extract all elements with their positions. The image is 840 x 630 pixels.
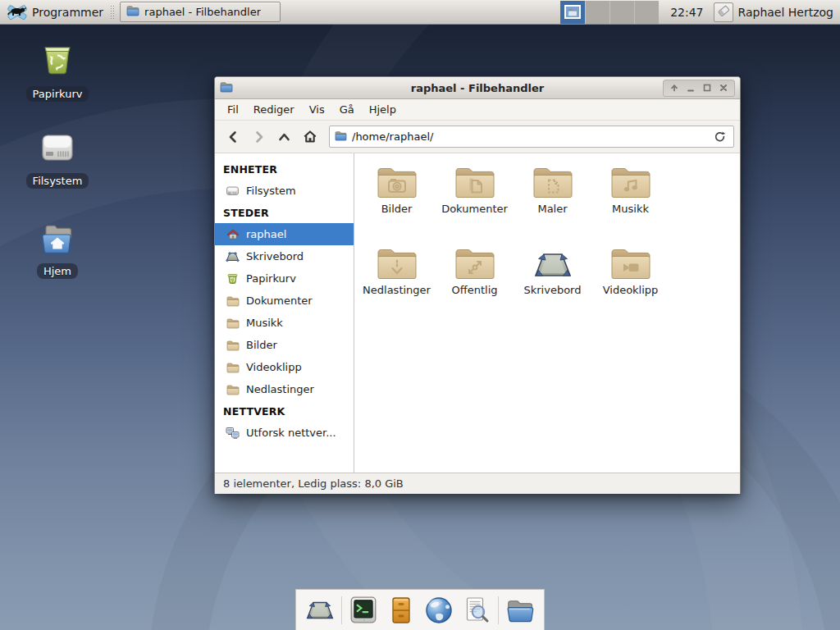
sidebar-item-label: Bilder <box>246 339 277 351</box>
file-offentlig[interactable]: Offentlig <box>436 243 514 324</box>
taskbar-window-label: raphael - Filbehandler <box>144 6 261 18</box>
workspace-3[interactable] <box>609 1 634 24</box>
workspace-2[interactable] <box>585 1 609 24</box>
shade-button[interactable] <box>666 80 682 96</box>
folder-video-icon <box>609 245 652 281</box>
menu-edit[interactable]: Rediger <box>246 101 302 118</box>
sidebar-item-skrivebord[interactable]: Skrivebord <box>215 245 354 267</box>
trash-icon <box>226 272 240 285</box>
file-cabinet-launcher[interactable] <box>385 593 418 628</box>
menu-go[interactable]: Gå <box>332 101 362 118</box>
sidebar-header-network: NETTVERK <box>215 400 354 422</box>
maximize-button[interactable] <box>699 80 715 96</box>
window-titlebar[interactable]: raphael - Filbehandler <box>215 77 740 99</box>
sidebar-item-label: raphael <box>246 228 286 240</box>
distro-logo-icon <box>7 2 28 22</box>
window-folder-icon <box>126 5 139 19</box>
workspace-window-thumbnail <box>564 5 581 19</box>
document-search-launcher[interactable] <box>460 593 493 628</box>
dock-separator <box>341 596 342 624</box>
folder-icon <box>226 384 240 395</box>
sidebar-item-label: Filsystem <box>246 185 296 197</box>
desktop-icon <box>532 249 574 281</box>
file-label: Dokumenter <box>441 203 508 216</box>
sidebar-item-label: Skrivebord <box>246 250 304 262</box>
terminal-icon <box>348 595 379 626</box>
reload-button[interactable] <box>710 128 728 146</box>
drive-icon <box>39 130 76 169</box>
sidebar-item-filsystem[interactable]: Filsystem <box>215 180 354 202</box>
desktop-icon-trash[interactable]: Papirkurv <box>18 41 97 102</box>
file-view[interactable]: Bilder Dokumenter <box>354 153 740 472</box>
sidebar-item-dokumenter[interactable]: Dokumenter <box>215 290 354 312</box>
taskbar-window-button[interactable]: raphael - Filbehandler <box>120 2 281 22</box>
dock-panel <box>295 589 545 630</box>
folder-camera-icon <box>376 164 418 200</box>
menu-view[interactable]: Vis <box>302 101 332 118</box>
eraser-icon <box>716 3 731 21</box>
folder-icon <box>226 295 240 307</box>
show-desktop-icon <box>304 599 336 622</box>
sidebar-item-papirkurv[interactable]: Papirkurv <box>215 267 354 290</box>
sidebar-item-label: Utforsk nettver... <box>246 427 336 439</box>
toolbar <box>215 121 740 153</box>
window-buttons <box>663 80 735 97</box>
file-maler[interactable]: Maler <box>514 162 591 243</box>
status-bar: 8 ielementer, Ledig plass: 8,0 GiB <box>215 472 740 494</box>
back-button[interactable] <box>221 126 246 148</box>
desktop-icon-label: Papirkurv <box>26 86 89 102</box>
workspace-1[interactable] <box>560 1 585 24</box>
desktop-icon-filesystem[interactable]: Filsystem <box>18 130 97 189</box>
trash-icon <box>39 41 76 82</box>
home-button[interactable] <box>297 126 322 148</box>
folder-icon <box>226 317 240 329</box>
places-sidebar: ENHETER Filsystem STEDER raphael Skriveb… <box>215 153 354 472</box>
user-session-button[interactable] <box>714 2 733 22</box>
home-folder-icon <box>39 221 75 259</box>
file-label: Musikk <box>612 203 649 216</box>
file-nedlastinger[interactable]: Nedlastinger <box>358 243 436 324</box>
file-musikk[interactable]: Musikk <box>591 162 669 243</box>
menu-help[interactable]: Hjelp <box>362 101 404 118</box>
folder-document-icon <box>454 164 496 200</box>
web-browser-launcher[interactable] <box>422 593 455 628</box>
file-label: Offentlig <box>452 285 498 297</box>
up-button[interactable] <box>272 126 297 148</box>
sidebar-item-raphael[interactable]: raphael <box>215 223 354 245</box>
terminal-launcher[interactable] <box>347 593 380 628</box>
folder-template-icon <box>532 164 574 200</box>
show-desktop-button[interactable] <box>304 593 336 628</box>
minimize-button[interactable] <box>682 80 699 96</box>
file-videoklipp[interactable]: Videoklipp <box>591 243 669 324</box>
sidebar-item-bilder[interactable]: Bilder <box>215 334 354 356</box>
sidebar-item-musikk[interactable]: Musikk <box>215 312 354 334</box>
drive-icon <box>226 185 240 197</box>
sidebar-item-label: Videoklipp <box>246 361 302 373</box>
location-input[interactable] <box>352 130 705 143</box>
applications-menu-label: Programmer <box>32 6 103 19</box>
folder-icon <box>226 340 240 351</box>
file-manager-window: raphael - Filbehandler Fil Rediger Vis G… <box>214 76 741 494</box>
sidebar-item-label: Dokumenter <box>246 294 313 307</box>
desktop-icon <box>226 251 240 262</box>
file-label: Bilder <box>381 203 413 216</box>
applications-menu-button[interactable]: Programmer <box>0 1 107 24</box>
sidebar-item-label: Papirkurv <box>246 272 296 285</box>
forward-button[interactable] <box>246 126 272 148</box>
file-bilder[interactable]: Bilder <box>358 162 436 243</box>
close-button[interactable] <box>715 80 732 96</box>
top-panel: Programmer raphael - Filbehandler 22:47 <box>0 0 840 25</box>
sidebar-item-label: Nedlastinger <box>246 383 314 395</box>
workspace-4[interactable] <box>634 1 659 24</box>
sidebar-item-network[interactable]: Utforsk nettver... <box>215 422 354 444</box>
document-search-icon <box>462 595 491 626</box>
menu-file[interactable]: Fil <box>220 101 246 118</box>
sidebar-item-nedlastinger[interactable]: Nedlastinger <box>215 378 354 400</box>
file-cabinet-icon <box>386 595 416 626</box>
file-manager-launcher[interactable] <box>504 593 536 628</box>
file-dokumenter[interactable]: Dokumenter <box>436 162 514 243</box>
desktop-icon-home[interactable]: Hjem <box>18 221 97 279</box>
sidebar-item-videoklipp[interactable]: Videoklipp <box>215 356 354 378</box>
panel-grip <box>110 5 115 20</box>
file-skrivebord[interactable]: Skrivebord <box>514 243 591 324</box>
